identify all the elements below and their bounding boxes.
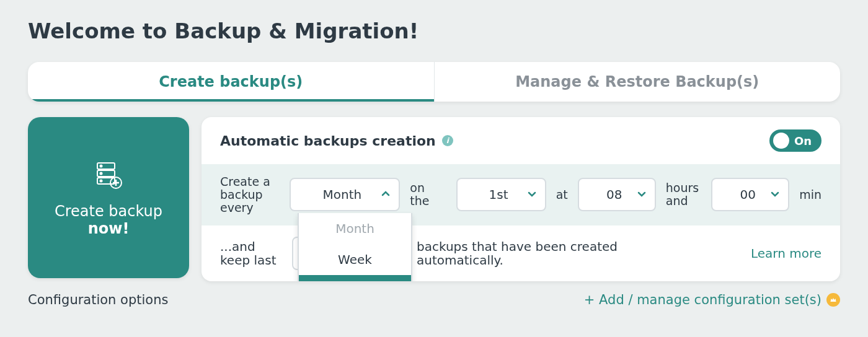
- svg-point-3: [100, 165, 102, 167]
- auto-backup-toggle[interactable]: On: [769, 129, 822, 152]
- create-every-label: Create a backup every: [220, 175, 280, 214]
- day-select[interactable]: 1st: [456, 178, 546, 211]
- frequency-select[interactable]: Month: [290, 178, 401, 211]
- chevron-down-icon: [771, 190, 779, 200]
- tab-manage-restore[interactable]: Manage & Restore Backup(s): [434, 62, 841, 102]
- panel-title-text: Automatic backups creation: [220, 133, 436, 149]
- keep-prefix: ...and keep last: [220, 240, 282, 267]
- svg-point-5: [100, 180, 102, 182]
- server-plus-icon: [91, 158, 126, 195]
- automatic-backup-panel: Automatic backups creation i On Create a…: [202, 117, 840, 281]
- minute-value: 00: [725, 187, 771, 202]
- day-value: 1st: [470, 187, 528, 202]
- create-backup-now-button[interactable]: Create backup now!: [28, 117, 189, 278]
- panel-title: Automatic backups creation i: [220, 133, 453, 149]
- tab-create-label: Create backup(s): [159, 73, 303, 90]
- keep-suffix: backups that have been created automatic…: [417, 240, 627, 267]
- toggle-label: On: [794, 134, 812, 147]
- tab-create-backups[interactable]: Create backup(s): [28, 62, 434, 102]
- add-manage-config-link[interactable]: + Add / manage configuration set(s): [584, 292, 840, 307]
- cta-line1: Create backup: [55, 203, 162, 220]
- info-icon[interactable]: i: [442, 135, 453, 146]
- add-config-text: + Add / manage configuration set(s): [584, 292, 822, 307]
- minutes-suffix: min: [799, 188, 822, 201]
- minute-select[interactable]: 00: [711, 178, 789, 211]
- hour-select[interactable]: 08: [578, 178, 656, 211]
- configuration-options-label: Configuration options: [28, 292, 168, 307]
- frequency-dropdown: Month Week Day: [298, 213, 412, 281]
- tabs: Create backup(s) Manage & Restore Backup…: [28, 62, 840, 102]
- cta-line2: now!: [88, 220, 130, 237]
- hour-value: 08: [591, 187, 637, 202]
- learn-more-link[interactable]: Learn more: [751, 246, 822, 261]
- tab-manage-label: Manage & Restore Backup(s): [515, 73, 759, 90]
- freq-option-month[interactable]: Month: [299, 213, 411, 244]
- chevron-up-icon: [381, 190, 390, 200]
- chevron-down-icon: [528, 190, 536, 200]
- hours-and-label: hours and: [666, 182, 701, 208]
- at-label: at: [556, 188, 568, 201]
- chevron-down-icon: [637, 190, 646, 200]
- freq-option-week[interactable]: Week: [299, 244, 411, 275]
- on-the-label: on the: [410, 182, 446, 208]
- freq-option-day[interactable]: Day: [299, 275, 411, 281]
- svg-point-4: [100, 173, 102, 175]
- toggle-knob-icon: [773, 133, 789, 149]
- crown-icon: [826, 293, 840, 307]
- page-title: Welcome to Backup & Migration!: [28, 19, 840, 43]
- frequency-value: Month: [303, 187, 382, 202]
